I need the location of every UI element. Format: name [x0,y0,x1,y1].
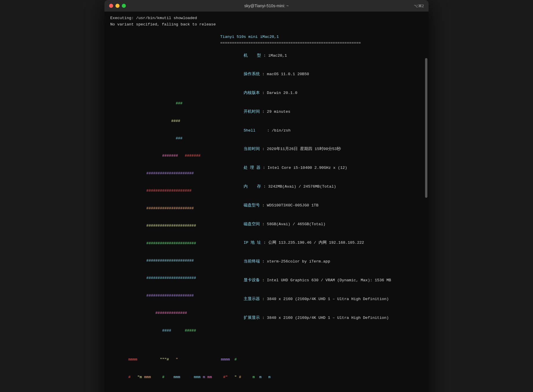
ip-value: 公网 113.235.190.46 / 内网 192.168.105.222 [268,241,364,245]
shell-label: Shell [244,128,256,133]
art-row12: ###################### [110,234,220,252]
terminal-label: 当前终端 [244,259,260,264]
ascii-bottom-3: # # " # " # #" # "#mmm # m" "m m" [110,386,423,392]
art-row2 [110,60,220,77]
art-row16: ############## [110,304,220,322]
art-row3 [110,77,220,95]
terminal-body[interactable]: Executing: /usr/bin/kmutil showloaded No… [104,12,429,392]
ip-label: IP 地 址 [244,241,261,245]
art-row10: ##################### [110,200,220,217]
art-row14: ###################### [110,269,220,287]
ext-display-row: 扩展显示 : 3840 x 2160 (2160p/4K UHD 1 – Ult… [220,308,423,327]
art-row9: #################### [110,182,220,199]
disk-type-value: WDS100T3X0C-00SJG0 1TB [267,203,318,208]
model-row: 机 型 : iMac20,1 [220,46,423,65]
sysinfo-panel: Tianyi 510s mini iMac20,1 ==============… [220,34,423,339]
ascii-bottom-2: # "m mmm # mmm mmm m mm #" " # m m m [110,368,423,386]
display-row: 主显示器 : 3840 x 2160 (2160p/4K UHD 1 – Ult… [220,290,423,308]
art-row6: ### [110,130,220,147]
time-row: 当前时间 : 2020年11月26日 星期四 15时00分53秒 [220,140,423,159]
terminal-window: sky@Tianyi-510s-mini: ~ ⌥⌘2 Executing: /… [104,0,429,392]
disk-space-row: 磁盘空间 : 58GB(Avai) / 465GB(Total) [220,215,423,234]
art-row11: ###################### [110,217,220,234]
gpu-label: 显卡设备 [244,278,260,282]
uptime-value: 29 minutes [267,110,290,114]
disk-type-label: 磁盘型号 [244,203,260,208]
model-label: 机 型 [244,53,261,58]
os-value: macOS 11.0.1 20B50 [267,72,309,76]
terminal-value: xterm-256color by iTerm.app [267,259,330,264]
gpu-row: 显卡设备 : Intel UHD Graphics 630 / VRAM (Dy… [220,271,423,290]
kernel-label: 内核版本 [244,91,260,95]
time-value: 2020年11月26日 星期四 15时00分53秒 [267,147,341,151]
kernel-value: Darwin 20.1.0 [267,91,297,95]
separator: ========================================… [220,40,423,46]
art-row7: ####### ####### [110,147,220,164]
window-shortcut: ⌥⌘2 [414,4,424,8]
window-title: sky@Tianyi-510s-mini: ~ [244,3,288,8]
os-label: 操作系统 [244,72,260,76]
model-value: iMac20,1 [268,53,287,58]
mem-row: 内 存 : 3242MB(Avai) / 24576MB(Total) [220,177,423,196]
shell-value: /bin/zsh [272,128,291,133]
art-row15: ##################### [110,287,220,304]
traffic-lights [109,4,126,8]
os-row: 操作系统 : macOS 11.0.1 20B50 [220,65,423,84]
uptime-label: 开机时间 [244,110,260,114]
art-row13: ##################### [110,252,220,269]
titlebar: sky@Tianyi-510s-mini: ~ ⌥⌘2 [104,0,429,12]
terminal-row: 当前终端 : xterm-256color by iTerm.app [220,252,423,271]
uptime-row: 开机时间 : 29 minutes [220,102,423,121]
ascii-bottom: mmmm """# " mmmm # # "m mmm # mmm mmm m … [110,351,423,392]
ext-display-value: 3840 x 2160 (2160p/4K UHD 1 – Ultra High… [267,316,389,320]
exec-line1: Executing: /usr/bin/kmutil showloaded [110,15,423,21]
art-row5: #### [110,112,220,130]
ascii-art: ### #### ### ####### ####### ## [110,34,220,339]
cpu-row: 处 理 器 : Intel Core i5-10400 2.90GHz x (1… [220,159,423,177]
display-label: 主显示器 [244,297,260,301]
cpu-label: 处 理 器 [244,166,260,170]
exec-line2: No variant specified, falling back to re… [110,21,423,28]
art-row1 [110,42,220,60]
mem-value: 3242MB(Avai) / 24576MB(Total) [268,184,336,189]
blank1 [110,27,423,34]
art-row8: ##################### [110,165,220,182]
display-value: 3840 x 2160 (2160p/4K UHD 1 – Ultra High… [267,297,389,301]
shell-row: Shell : /bin/zsh [220,121,423,140]
mem-label: 内 存 [244,184,261,189]
close-button[interactable] [109,4,113,8]
ip-row: IP 地 址 : 公网 113.235.190.46 / 内网 192.168.… [220,234,423,252]
disk-space-value: 58GB(Avai) / 465GB(Total) [267,222,326,226]
art-row17: #### ##### [110,322,220,339]
sysinfo-container: ### #### ### ####### ####### ## [110,34,423,339]
disk-space-label: 磁盘空间 [244,222,260,226]
disk-type-row: 磁盘型号 : WDS100T3X0C-00SJG0 1TB [220,196,423,215]
ascii-bottom-1: mmmm """# " mmmm # [110,351,423,368]
scrollbar[interactable] [425,58,427,198]
kernel-row: 内核版本 : Darwin 20.1.0 [220,84,423,103]
minimize-button[interactable] [115,4,120,8]
gpu-value: Intel UHD Graphics 630 / VRAM (Dynamic, … [267,278,391,282]
time-label: 当前时间 [244,147,260,151]
cpu-value: Intel Core i5-10400 2.90GHz x (12) [268,166,347,170]
sysinfo-title: Tianyi 510s mini iMac20,1 [220,34,423,40]
ext-display-label: 扩展显示 [244,316,260,320]
maximize-button[interactable] [122,4,126,8]
art-row4: ### [110,95,220,112]
